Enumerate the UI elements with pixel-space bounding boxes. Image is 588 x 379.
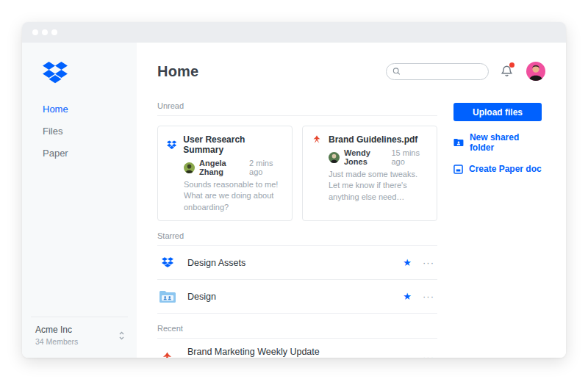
section-label-recent: Recent	[157, 324, 437, 339]
dropbox-file-icon	[167, 140, 176, 150]
new-shared-folder-label: New shared folder	[470, 132, 545, 153]
section-label-starred: Starred	[157, 231, 437, 246]
timestamp: 15 mins ago	[391, 148, 428, 166]
shared-folder-icon	[157, 288, 177, 306]
create-paper-doc-label: Create Paper doc	[469, 164, 542, 174]
app-window: Home Files Paper Acme Inc 34 Members Hom…	[22, 22, 566, 358]
author-avatar	[329, 152, 340, 163]
author-name: Wendy Jones	[344, 148, 387, 166]
page-title: Home	[157, 63, 198, 80]
feed-column: Unread User Research Summary	[157, 91, 437, 358]
item-title: Design	[187, 292, 216, 302]
paper-doc-icon	[453, 165, 463, 174]
starred-row[interactable]: Design ★ ···	[157, 280, 437, 314]
author-name: Angela Zhang	[199, 159, 245, 176]
more-options-icon[interactable]: ···	[423, 291, 434, 302]
upload-files-button[interactable]: Upload files	[453, 103, 542, 121]
window-dot	[51, 29, 57, 35]
main-content: Home	[137, 43, 566, 358]
unread-card[interactable]: User Research Summary Angela Zhang 2 min…	[157, 126, 293, 221]
more-options-icon[interactable]: ···	[423, 257, 434, 268]
more-options-icon[interactable]: ···	[423, 352, 434, 358]
org-switcher[interactable]: Acme Inc 34 Members	[31, 317, 128, 358]
unread-card[interactable]: Brand Guidelines.pdf Wendy Jones 15 mins…	[302, 126, 437, 221]
timestamp: 2 mins ago	[249, 159, 283, 176]
file-title: User Research Summary	[183, 134, 283, 155]
pdf-file-icon	[312, 134, 322, 145]
search-input[interactable]	[401, 67, 482, 76]
org-members-count: 34 Members	[35, 337, 78, 346]
item-title: Brand Marketing Weekly Update	[187, 347, 320, 357]
sidebar-item-paper[interactable]: Paper	[43, 148, 137, 159]
search-icon	[392, 67, 401, 76]
file-title: Brand Guidelines.pdf	[329, 134, 417, 145]
sidebar: Home Files Paper Acme Inc 34 Members	[22, 43, 137, 358]
notifications-button[interactable]	[501, 65, 513, 78]
sidebar-item-files[interactable]: Files	[43, 126, 137, 137]
star-icon[interactable]: ★	[403, 258, 412, 267]
unread-cards: User Research Summary Angela Zhang 2 min…	[157, 126, 437, 221]
dropbox-logo-icon	[43, 62, 68, 84]
window-titlebar[interactable]	[22, 22, 566, 43]
section-label-unread: Unread	[157, 101, 437, 116]
sidebar-item-home[interactable]: Home	[43, 104, 137, 115]
comment-preview: Sounds reasonable to me! What are we doi…	[184, 179, 283, 213]
item-title: Design Assets	[187, 258, 245, 268]
pdf-file-icon	[157, 349, 177, 358]
window-dot	[32, 29, 38, 35]
main-header: Home	[157, 60, 545, 82]
avatar-image	[526, 62, 545, 81]
dropbox-file-icon	[157, 254, 177, 272]
search-box[interactable]	[386, 63, 489, 80]
actions-column: Upload files New shared folder	[453, 91, 545, 358]
sidebar-nav: Home Files Paper	[43, 104, 137, 159]
org-name: Acme Inc	[35, 325, 78, 335]
star-icon[interactable]: ★	[403, 292, 412, 301]
notification-dot	[509, 62, 514, 68]
shared-folder-add-icon	[453, 138, 464, 147]
create-paper-doc-link[interactable]: Create Paper doc	[453, 164, 545, 174]
author-avatar	[184, 162, 195, 173]
starred-row[interactable]: Design Assets ★ ···	[157, 246, 437, 280]
window-dot	[42, 29, 48, 35]
chevron-updown-icon[interactable]	[118, 331, 125, 341]
comment-preview: Just made some tweaks. Let me know if th…	[329, 169, 428, 203]
new-shared-folder-link[interactable]: New shared folder	[453, 132, 545, 153]
user-avatar[interactable]	[526, 62, 545, 81]
recent-row[interactable]: Brand Marketing Weekly Update Viewed 1 h…	[157, 339, 437, 358]
